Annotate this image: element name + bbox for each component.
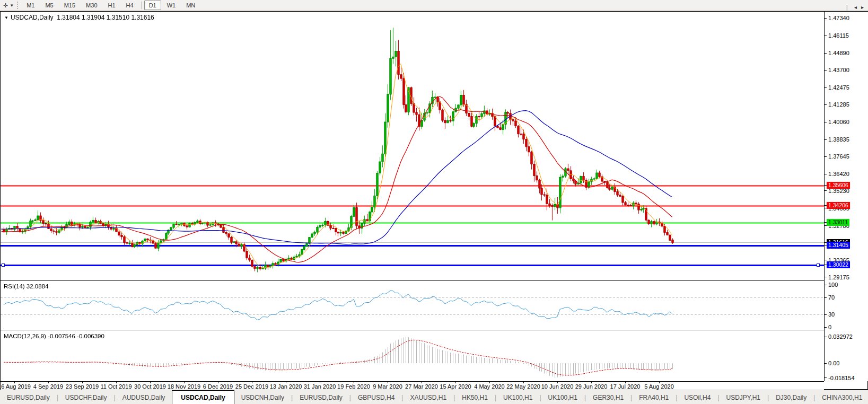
crosshair-tool-icon[interactable]: ✛ xyxy=(0,2,10,9)
chart-title-ohlc: 1.31804 1.31904 1.31510 1.31616 xyxy=(57,14,154,21)
price-line-badge: 1.33011 xyxy=(827,219,849,226)
price-line-badge: 1.31405 xyxy=(827,242,850,249)
date-label: 4 Sep 2019 xyxy=(33,383,63,390)
chart-window: ▼USDCAD,Daily 1.31804 1.31904 1.31510 1.… xyxy=(0,11,868,390)
axis-tick xyxy=(825,337,827,337)
macd-axis-label: 0.00 xyxy=(828,360,839,366)
date-label: 4 May 2020 xyxy=(474,383,504,390)
mt4-terminal: { "toolbar": { "tool_icon": "✛", "caret"… xyxy=(0,0,868,404)
chart-tab-eurusd-daily[interactable]: EURUSD,Daily xyxy=(293,390,349,404)
timeframe-button-h1[interactable]: H1 xyxy=(103,1,120,10)
date-label: 13 Jan 2020 xyxy=(270,383,302,390)
timeframe-separator xyxy=(141,2,142,9)
price-chart-canvas[interactable] xyxy=(1,12,824,280)
macd-indicator-label: MACD(12,26,9) -0.007546 -0.006390 xyxy=(4,333,104,339)
timeframe-button-w1[interactable]: W1 xyxy=(162,1,181,10)
chart-tab-bar: EURUSD,Daily|USDCHF,Daily|AUDUSD,DailyUS… xyxy=(0,390,868,404)
date-label: 15 Apr 2020 xyxy=(440,383,471,390)
date-label: 30 Oct 2019 xyxy=(134,383,166,390)
timeframe-button-mn[interactable]: MN xyxy=(181,1,200,10)
axis-tick xyxy=(825,156,827,157)
date-label: 22 May 2020 xyxy=(506,383,540,390)
timeframe-buttons: M1M5M15M30H1H4D1W1MN xyxy=(21,1,200,10)
tab-scroll-right-icon[interactable]: ▸ xyxy=(861,4,864,10)
price-axis-label: 1.40060 xyxy=(828,119,849,125)
symbol-dropdown-icon[interactable]: ▼ xyxy=(4,15,8,20)
chart-title: ▼USDCAD,Daily 1.31804 1.31904 1.31510 1.… xyxy=(4,14,154,21)
price-axis[interactable]: 1.473401.461151.448901.437001.424751.412… xyxy=(824,12,868,381)
timeframe-button-m30[interactable]: M30 xyxy=(81,1,102,10)
rsi-axis-label: 100 xyxy=(828,282,838,288)
date-label: 17 Jul 2020 xyxy=(610,383,641,390)
chart-tab-usoil-h4[interactable]: USOil,H4 xyxy=(677,390,717,404)
dropdown-caret-icon[interactable]: ▼ xyxy=(10,3,14,8)
rsi-indicator-label: RSI(14) 32.0884 xyxy=(4,283,48,289)
rsi-chart-canvas[interactable] xyxy=(1,282,824,330)
chart-tab-gbpusd-h4[interactable]: GBPUSD,H4 xyxy=(351,390,401,404)
chart-tab-hk50-h1[interactable]: HK50,H1 xyxy=(455,390,495,404)
timeframe-button-m5[interactable]: M5 xyxy=(40,1,58,10)
price-axis-label: 1.29175 xyxy=(828,274,849,280)
axis-tick xyxy=(825,277,827,277)
axis-tick xyxy=(825,87,827,88)
axis-tick xyxy=(825,260,827,260)
chart-tab-eurusd-daily[interactable]: EURUSD,Daily xyxy=(0,390,57,404)
axis-tick xyxy=(825,70,827,71)
chart-tab-usdcnh-daily[interactable]: USDCNH,Daily xyxy=(234,390,291,404)
chart-tab-usdcad-daily[interactable]: USDCAD,Daily xyxy=(172,390,234,404)
price-axis-label: 1.43700 xyxy=(828,67,849,73)
price-line-badge: 1.35606 xyxy=(827,182,850,189)
macd-axis-label: -0.018154 xyxy=(828,375,855,381)
price-line-badge: 1.34206 xyxy=(827,202,850,209)
macd-chart-canvas[interactable] xyxy=(1,331,824,381)
axis-tick xyxy=(825,314,827,315)
chart-tab-dj30-daily[interactable]: DJ30,Daily xyxy=(769,390,813,404)
price-axis-label: 1.42475 xyxy=(828,84,849,91)
rsi-axis-label: 0 xyxy=(828,324,831,330)
timeframe-button-d1[interactable]: D1 xyxy=(144,1,161,10)
axis-tick xyxy=(825,174,827,174)
date-label: 29 Jun 2020 xyxy=(575,383,608,390)
axis-tick xyxy=(825,297,827,298)
date-label: 16 Aug 2019 xyxy=(0,383,31,390)
chart-tab-audusd-daily[interactable]: AUDUSD,Daily xyxy=(116,390,172,404)
date-label: 31 Jan 2020 xyxy=(304,383,336,390)
axis-tick xyxy=(825,104,827,105)
chart-tab-usdchf-daily[interactable]: USDCHF,Daily xyxy=(58,390,114,404)
date-label: 10 Jun 2020 xyxy=(541,383,574,390)
axis-tick xyxy=(825,122,827,122)
date-label: 19 Feb 2020 xyxy=(337,383,370,390)
chart-title-symbol: USDCAD,Daily xyxy=(11,14,54,21)
date-label: 27 Mar 2020 xyxy=(405,383,438,390)
axis-tick xyxy=(825,363,827,364)
chart-tab-fra40-h1[interactable]: FRA40,H1 xyxy=(632,390,676,404)
macd-axis-label: 0.032972 xyxy=(828,333,853,340)
toolbar-grip[interactable] xyxy=(17,2,18,9)
price-axis-label: 1.41285 xyxy=(828,101,849,108)
axis-tick xyxy=(825,327,827,328)
date-label: 25 Dec 2019 xyxy=(235,383,268,390)
chart-tab-usdjpy-h1[interactable]: USDJPY,H1 xyxy=(720,390,767,404)
chart-tab-china300-h1[interactable]: CHINA300,H1 xyxy=(815,390,868,404)
date-label: 5 Aug 2020 xyxy=(644,383,674,390)
date-label: 9 Mar 2020 xyxy=(373,383,402,390)
axis-tick xyxy=(825,53,827,54)
tab-scroll-left-icon[interactable]: ◂ xyxy=(854,4,857,10)
timeframe-button-m1[interactable]: M1 xyxy=(22,1,39,10)
chart-tab-ger30-h1[interactable]: GER30,H1 xyxy=(586,390,630,404)
timeframe-toolbar: ✛ ▼ M1M5M15M30H1H4D1W1MN xyxy=(0,0,868,11)
axis-tick xyxy=(825,190,827,191)
rsi-axis-label: 30 xyxy=(828,311,835,318)
chart-tab-uk100-h1[interactable]: UK100,H1 xyxy=(541,390,584,404)
date-label: 23 Sep 2019 xyxy=(66,383,99,390)
tab-nav-separator: | xyxy=(846,4,848,11)
timeframe-button-h4[interactable]: H4 xyxy=(121,1,138,10)
price-axis-label: 1.46115 xyxy=(828,32,849,39)
chart-tab-uk100-h1[interactable]: UK100,H1 xyxy=(496,390,539,404)
timeframe-button-m15[interactable]: M15 xyxy=(59,1,80,10)
axis-tick xyxy=(825,377,827,378)
chart-tab-xauusd-h1[interactable]: XAUUSD,H1 xyxy=(403,390,453,404)
axis-tick xyxy=(825,36,827,36)
date-axis[interactable]: 16 Aug 20194 Sep 201923 Sep 201911 Oct 2… xyxy=(1,381,824,390)
date-label: 6 Dec 2019 xyxy=(203,383,233,390)
